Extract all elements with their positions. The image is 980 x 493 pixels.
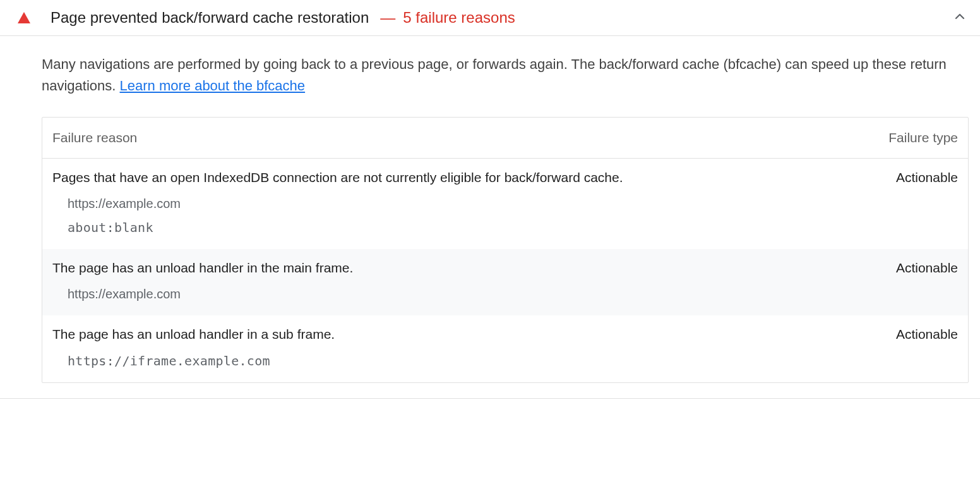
learn-more-link[interactable]: Learn more about the bfcache (120, 78, 306, 94)
row-head: The page has an unload handler in a sub … (52, 327, 958, 342)
frame-url: https://iframe.example.com (68, 353, 958, 368)
col-header-type: Failure type (888, 130, 958, 145)
audit-description: Many navigations are performed by going … (42, 54, 969, 97)
row-head: Pages that have an open IndexedDB connec… (52, 170, 958, 185)
col-header-reason: Failure reason (52, 130, 888, 145)
failure-reason: The page has an unload handler in the ma… (52, 260, 896, 276)
table-row: The page has an unload handler in the ma… (42, 249, 968, 315)
failure-table: Failure reason Failure type Pages that h… (42, 117, 969, 383)
failure-reason: The page has an unload handler in a sub … (52, 327, 896, 342)
frame-url: about:blank (68, 220, 958, 235)
frame-url: https://example.com (68, 197, 958, 211)
failure-count: 5 failure reasons (403, 9, 515, 27)
url-list: https://example.comabout:blank (52, 197, 958, 235)
failure-type: Actionable (896, 170, 958, 185)
url-list: https://iframe.example.com (52, 353, 958, 368)
chevron-up-icon (952, 9, 967, 27)
table-header-row: Failure reason Failure type (42, 118, 968, 159)
row-head: The page has an unload handler in the ma… (52, 260, 958, 276)
url-list: https://example.com (52, 287, 958, 301)
table-row: The page has an unload handler in a sub … (42, 315, 968, 382)
triangle-icon (18, 12, 30, 23)
dash-separator: — (380, 9, 395, 27)
failure-type: Actionable (896, 260, 958, 276)
audit-header[interactable]: Page prevented back/forward cache restor… (0, 0, 980, 36)
frame-url: https://example.com (68, 287, 958, 301)
audit-title: Page prevented back/forward cache restor… (51, 9, 369, 27)
failure-type: Actionable (896, 327, 958, 342)
audit-body: Many navigations are performed by going … (0, 36, 980, 399)
table-row: Pages that have an open IndexedDB connec… (42, 159, 968, 249)
failure-reason: Pages that have an open IndexedDB connec… (52, 170, 896, 185)
